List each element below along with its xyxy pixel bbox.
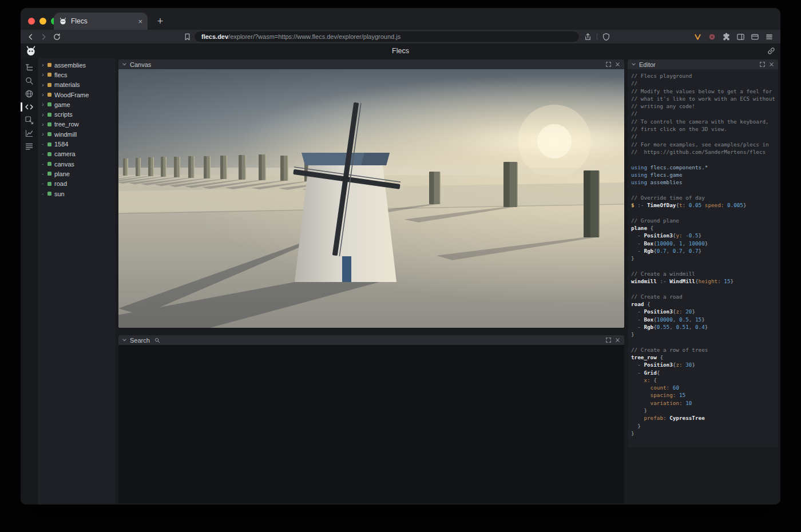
tree-item-tree_row[interactable]: ›tree_row (38, 120, 116, 129)
search-panel-title: Search (130, 337, 150, 344)
extension-badge-icon[interactable] (708, 33, 716, 41)
app-body: ›assemblies›flecs›materials›WoodFrame›ga… (21, 58, 780, 505)
module-square-icon (47, 83, 51, 87)
leaf-dash-icon: - (42, 141, 47, 147)
code-line: } (631, 430, 778, 437)
tree-rail-button[interactable] (25, 63, 34, 72)
code-line: - Rgb{0.7, 0.7, 0.7} (631, 247, 778, 255)
share-icon[interactable] (584, 33, 592, 41)
tree-item-assemblies[interactable]: ›assemblies (38, 60, 116, 70)
collapse-caret-icon[interactable] (631, 62, 636, 67)
inspect-icon (25, 116, 34, 125)
tree-item-label: camera (54, 150, 76, 157)
fullscreen-icon[interactable] (759, 61, 766, 68)
expand-arrow-icon[interactable]: › (42, 92, 47, 98)
code-line: - Position3{z: 20} (631, 308, 778, 315)
log-rail-button[interactable] (25, 142, 34, 151)
code-rail-button[interactable] (25, 102, 34, 112)
desktop-background: Flecs × + flecs.dev/explorer/ (0, 0, 801, 532)
code-line: // Override time of day (631, 194, 778, 201)
url-bar[interactable]: flecs.dev/explorer/?wasm=https://www.fle… (195, 31, 579, 42)
code-line: // https://github.com/SanderMertens/flec… (631, 148, 778, 156)
browser-window: Flecs × + flecs.dev/explorer/ (21, 8, 780, 505)
code-line: - Grid{ (631, 369, 778, 376)
stats-rail-button[interactable] (25, 129, 34, 138)
reload-button[interactable] (53, 33, 61, 41)
extensions-puzzle-icon[interactable] (722, 33, 731, 41)
flecs-explorer-page: Flecs ›assemblies›flecs›materials›WoodFr… (21, 43, 780, 505)
browser-tab[interactable]: Flecs × (54, 13, 148, 30)
entity-tree: ›assemblies›flecs›materials›WoodFrame›ga… (38, 58, 116, 505)
code-line: - Box{10000, 1, 10000} (631, 240, 778, 247)
code-line: using flecs.components.* (631, 164, 778, 171)
expand-arrow-icon[interactable]: › (42, 72, 47, 78)
expand-arrow-icon[interactable]: › (42, 101, 47, 108)
tree-item-label: 1584 (54, 141, 68, 148)
tree-item-WoodFrame[interactable]: ›WoodFrame (38, 90, 116, 100)
tree-item-label: scripts (54, 111, 73, 118)
editor-panel-title: Editor (639, 61, 656, 68)
code-line: x: { (631, 376, 778, 384)
expand-arrow-icon[interactable]: › (42, 62, 47, 68)
traffic-minimize-button[interactable] (39, 18, 46, 25)
leaf-dash-icon: - (42, 151, 47, 157)
tree-item-label: flecs (54, 72, 68, 78)
tree-item-scripts[interactable]: ›scripts (38, 109, 116, 119)
tree-item-game[interactable]: ›game (38, 100, 116, 109)
menu-icon[interactable] (765, 33, 774, 41)
bookmark-icon[interactable] (183, 33, 192, 41)
search-rail-button[interactable] (25, 76, 34, 85)
world-rail-button[interactable] (25, 89, 34, 98)
shield-icon[interactable] (602, 33, 610, 41)
expand-arrow-icon[interactable]: › (42, 131, 47, 137)
canvas-viewport[interactable] (118, 69, 624, 328)
expand-arrow-icon[interactable]: › (42, 82, 47, 88)
entity-square-icon (47, 122, 51, 126)
close-icon[interactable] (614, 337, 621, 343)
code-line: count: 60 (631, 384, 778, 391)
wallet-card-icon[interactable] (751, 33, 759, 41)
traffic-close-button[interactable] (28, 18, 35, 25)
fullscreen-icon[interactable] (605, 337, 612, 343)
leaf-dash-icon: - (42, 181, 47, 186)
search-icon (25, 76, 34, 85)
tree-item-road[interactable]: -road (38, 179, 116, 189)
tree-item-sun[interactable]: -sun (38, 189, 116, 198)
close-icon[interactable] (768, 61, 775, 68)
back-button[interactable] (26, 33, 35, 41)
tab-close-icon[interactable]: × (138, 18, 142, 25)
tree-item-camera[interactable]: -camera (38, 149, 116, 159)
code-line: // Flecs playground (631, 72, 778, 80)
url-path-text: /explorer/?wasm=https://www.flecs.dev/ex… (228, 33, 400, 40)
leaf-dash-icon: - (42, 171, 47, 177)
inspect-rail-button[interactable] (25, 116, 34, 125)
forward-button[interactable] (39, 33, 48, 41)
close-icon[interactable] (614, 61, 621, 68)
tree-item-materials[interactable]: ›materials (38, 80, 116, 90)
permalink-button[interactable] (767, 46, 776, 55)
side-panel-icon[interactable] (736, 33, 745, 41)
tree-item-windmill[interactable]: ›windmill (38, 129, 116, 139)
tree-item-label: WoodFrame (54, 92, 89, 98)
code-line: } (631, 331, 778, 338)
tree-item-label: materials (54, 81, 80, 88)
expand-arrow-icon[interactable]: › (42, 121, 47, 128)
collapse-caret-icon[interactable] (122, 62, 127, 67)
code-line: tree_row { (631, 354, 778, 361)
link-icon (767, 46, 776, 55)
tree-item-1584[interactable]: -1584 (38, 139, 116, 149)
fullscreen-icon[interactable] (605, 61, 612, 68)
code-line: variation: 10 (631, 399, 778, 407)
new-tab-button[interactable]: + (153, 14, 167, 28)
collapse-caret-icon[interactable] (122, 338, 127, 343)
tree-item-canvas[interactable]: -canvas (38, 159, 116, 169)
search-panel: Search (118, 335, 624, 503)
code-line: // (631, 133, 778, 140)
tree-item-flecs[interactable]: ›flecs (38, 70, 116, 80)
tree-item-plane[interactable]: -plane (38, 169, 116, 178)
tree-item-label: canvas (54, 161, 74, 168)
leaf-dash-icon: - (42, 191, 47, 197)
expand-arrow-icon[interactable]: › (42, 112, 47, 118)
v-extension-icon[interactable] (693, 33, 702, 41)
code-editor[interactable]: // Flecs playground//// Modify the value… (628, 69, 778, 447)
